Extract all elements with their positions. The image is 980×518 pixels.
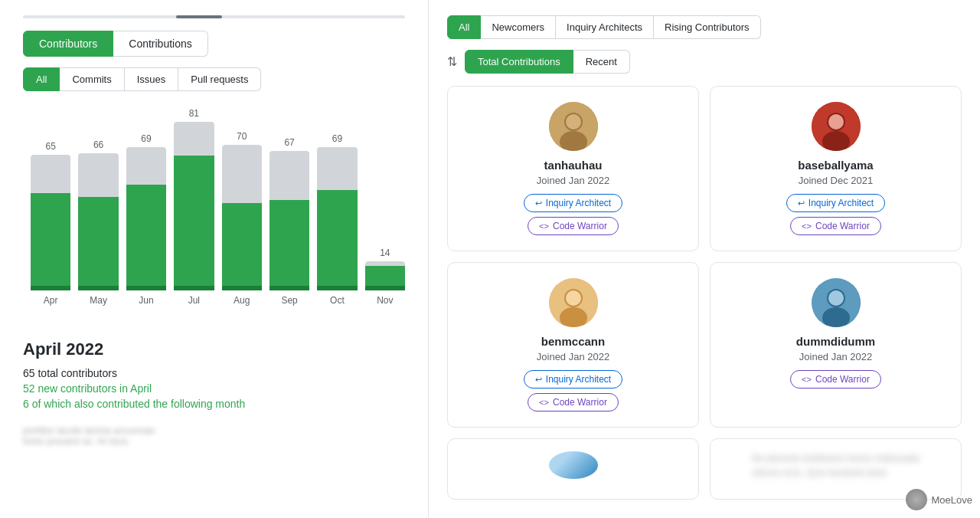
sub-tab-all[interactable]: All <box>23 67 60 91</box>
bar-container-aug[interactable] <box>222 145 262 290</box>
contributor-card-benmccann[interactable]: benmccann Joined Jan 2022 ↩ Inquiry Arch… <box>447 262 699 428</box>
badge-inquiry-architect-baseballyama[interactable]: ↩ Inquiry Architect <box>786 194 885 212</box>
badge-icon: <> <box>802 375 812 384</box>
badge-code-warrior-dummdidumm[interactable]: <> Code Warrior <box>790 370 881 388</box>
bar-container-jul[interactable] <box>174 122 214 290</box>
right-panel: All Newcomers Inquiry Architects Rising … <box>429 0 980 518</box>
stat-following: 6 of which also contributed the followin… <box>23 398 405 410</box>
bar-dark-nov <box>365 286 405 290</box>
left-panel: Contributors Contributions All Commits I… <box>0 0 429 518</box>
bar-green-jun <box>126 185 166 286</box>
bar-label-aug: Aug <box>234 295 250 306</box>
bar-aug: 70 Aug <box>222 131 262 306</box>
bar-value-oct: 69 <box>332 133 342 144</box>
contributor-joined-benmccann: Joined Jan 2022 <box>537 351 609 362</box>
badge-inquiry-architect-tanhauhau[interactable]: ↩ Inquiry Architect <box>524 194 622 212</box>
avatar-baseballyama <box>812 102 861 151</box>
bar-container-oct[interactable] <box>317 147 357 290</box>
contributor-joined-dummdidumm: Joined Jan 2022 <box>799 351 872 362</box>
badge-icon: <> <box>539 221 549 231</box>
stat-total: 65 total contributors <box>23 367 405 379</box>
contributor-joined-baseballyama: Joined Dec 2021 <box>799 175 874 186</box>
sort-filter-row: ⇅ Total Contributions Recent <box>447 50 962 74</box>
sort-icon[interactable]: ⇅ <box>447 54 457 69</box>
sub-tab-issues[interactable]: Issues <box>125 67 179 91</box>
contributor-name-baseballyama: baseballyama <box>798 159 873 172</box>
bar-green-oct <box>317 190 357 286</box>
bar-value-jul: 81 <box>189 108 199 119</box>
contributor-card-dummdidumm[interactable]: dummdidumm Joined Jan 2022 <> Code Warri… <box>710 262 962 428</box>
svg-point-11 <box>566 290 581 306</box>
bar-value-sep: 67 <box>284 137 294 148</box>
sub-tab-pull-requests[interactable]: Pull requests <box>178 67 261 91</box>
bar-jun: 69 Jun <box>126 133 166 306</box>
bar-apr: 65 Apr <box>31 141 70 306</box>
rfilt-recent[interactable]: Recent <box>573 50 630 74</box>
bar-green-sep <box>270 200 309 286</box>
bar-dark-jun <box>126 286 166 290</box>
badge-label: Inquiry Architect <box>808 198 874 208</box>
rfilt-total-contributions[interactable]: Total Contributions <box>465 50 573 74</box>
tab-contributors[interactable]: Contributors <box>23 31 113 57</box>
bar-container-apr[interactable] <box>31 155 70 290</box>
bar-dark-jul <box>174 286 214 290</box>
badge-label: Inquiry Architect <box>546 374 611 385</box>
bar-label-jun: Jun <box>139 295 153 306</box>
contributor-grid: tanhauhau Joined Jan 2022 ↩ Inquiry Arch… <box>447 86 962 428</box>
bar-green-nov <box>365 266 405 286</box>
bar-gray-jun <box>126 147 166 185</box>
badge-code-warrior-benmccann[interactable]: <> Code Warrior <box>528 393 619 411</box>
month-title: April 2022 <box>23 339 405 359</box>
bar-dark-sep <box>270 286 309 290</box>
avatar-partial <box>549 451 598 479</box>
bottom-partial-row: Ne placerat vestibulum lectus malesuada … <box>447 438 962 500</box>
bar-label-nov: Nov <box>377 295 393 306</box>
watermark: MoeLove <box>906 489 972 510</box>
bar-container-jun[interactable] <box>126 147 166 290</box>
bar-label-jul: Jul <box>188 295 200 306</box>
scroll-bar <box>23 15 405 18</box>
badge-row-tanhauhau: ↩ Inquiry Architect <> Code Warrior <box>460 194 686 235</box>
contributor-joined-tanhauhau: Joined Jan 2022 <box>537 175 609 186</box>
bottom-card-partial-1 <box>447 438 699 500</box>
avatar-svg-dummdidumm <box>812 278 861 327</box>
bar-gray-oct <box>317 147 357 190</box>
avatar-dummdidumm <box>812 278 861 327</box>
bar-value-nov: 14 <box>380 248 390 258</box>
bar-container-nov[interactable] <box>365 261 405 290</box>
bar-container-sep[interactable] <box>270 151 309 290</box>
tab-contributions[interactable]: Contributions <box>113 31 208 57</box>
bar-label-apr: Apr <box>44 295 58 306</box>
stat-new: 52 new contributors in April <box>23 382 405 395</box>
bar-gray-may <box>78 153 118 197</box>
blurred-right-text: Ne placerat vestibulum lectus malesuada … <box>752 451 920 480</box>
bar-container-may[interactable] <box>78 153 118 290</box>
bar-green-apr <box>31 193 70 286</box>
contributor-card-baseballyama[interactable]: baseballyama Joined Dec 2021 ↩ Inquiry A… <box>710 86 962 251</box>
badge-label: Code Warrior <box>815 221 870 231</box>
bar-label-may: May <box>90 295 107 306</box>
avatar-svg-tanhauhau <box>549 102 598 151</box>
avatar-svg-baseballyama <box>812 102 861 151</box>
badge-code-warrior-tanhauhau[interactable]: <> Code Warrior <box>528 217 619 235</box>
bar-jul: 81 Jul <box>174 108 214 306</box>
bar-green-jul <box>174 156 214 286</box>
badge-code-warrior-baseballyama[interactable]: <> Code Warrior <box>790 217 881 235</box>
contributor-card-tanhauhau[interactable]: tanhauhau Joined Jan 2022 ↩ Inquiry Arch… <box>447 86 699 251</box>
rtab-all[interactable]: All <box>447 15 481 39</box>
bar-sep: 67 Sep <box>270 137 309 306</box>
rtab-rising-contributors[interactable]: Rising Contributors <box>654 15 761 39</box>
badge-icon: ↩ <box>535 198 542 208</box>
contributor-name-tanhauhau: tanhauhau <box>544 159 603 172</box>
badge-label: Code Warrior <box>553 397 607 408</box>
sub-tab-commits[interactable]: Commits <box>60 67 124 91</box>
bar-label-oct: Oct <box>330 295 345 306</box>
bar-value-apr: 65 <box>46 141 56 152</box>
badge-inquiry-architect-benmccann[interactable]: ↩ Inquiry Architect <box>524 370 622 388</box>
rtab-inquiry-architects[interactable]: Inquiry Architects <box>556 15 654 39</box>
main-tab-group: Contributors Contributions <box>23 31 405 57</box>
bar-oct: 69 Oct <box>317 133 357 306</box>
rtab-newcomers[interactable]: Newcomers <box>481 15 556 39</box>
bar-gray-jul <box>174 122 214 156</box>
contributor-name-benmccann: benmccann <box>541 335 605 348</box>
